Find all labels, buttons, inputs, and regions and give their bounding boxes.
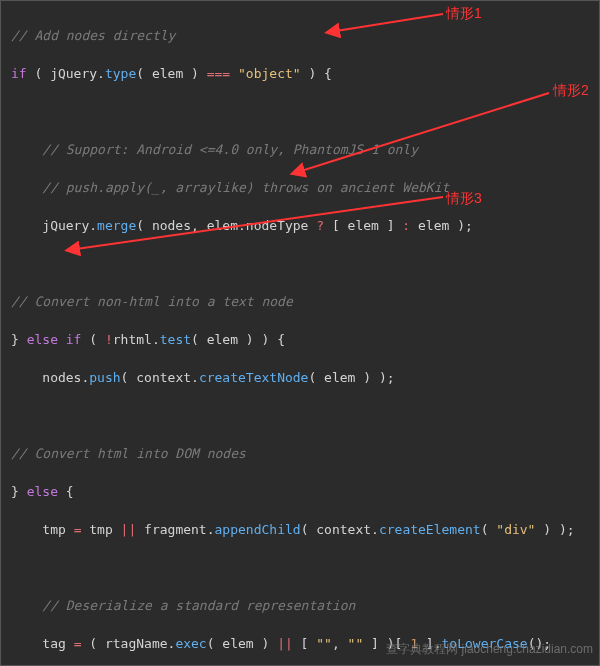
code-line: if ( jQuery.type( elem ) === "object" ) … xyxy=(11,64,589,83)
code-line: jQuery.merge( nodes, elem.nodeType ? [ e… xyxy=(11,216,589,235)
code-block: // Add nodes directly if ( jQuery.type( … xyxy=(1,1,599,666)
code-line: nodes.push( context.createTextNode( elem… xyxy=(11,368,589,387)
comment: // Add nodes directly xyxy=(11,28,175,43)
code-line: tmp = tmp || fragment.appendChild( conte… xyxy=(11,520,589,539)
code-line xyxy=(11,254,589,273)
code-line xyxy=(11,102,589,121)
code-line: // Deserialize a standard representation xyxy=(11,596,589,615)
annotation-case2: 情形2 xyxy=(553,81,589,100)
watermark-text: 查字典教程网 jiaocheng.chazidian.com xyxy=(386,640,593,659)
code-line xyxy=(11,558,589,577)
code-line: // Add nodes directly xyxy=(11,26,589,45)
annotation-case3: 情形3 xyxy=(446,189,482,208)
code-line: // Support: Android <=4.0 only, PhantomJ… xyxy=(11,140,589,159)
code-line: // Convert html into DOM nodes xyxy=(11,444,589,463)
code-line: } else if ( !rhtml.test( elem ) ) { xyxy=(11,330,589,349)
code-line: // Convert non-html into a text node xyxy=(11,292,589,311)
code-line: } else { xyxy=(11,482,589,501)
code-line: // push.apply(_, arraylike) throws on an… xyxy=(11,178,589,197)
code-line xyxy=(11,406,589,425)
annotation-case1: 情形1 xyxy=(446,4,482,23)
